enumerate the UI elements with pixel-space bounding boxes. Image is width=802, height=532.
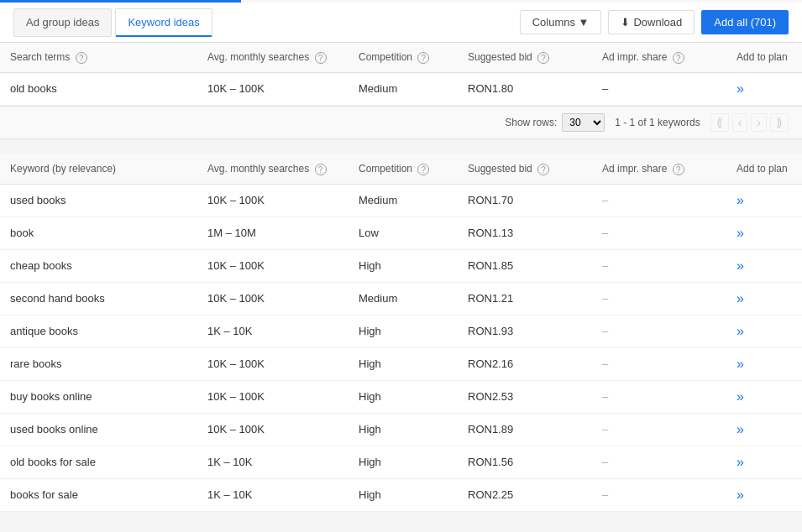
next-page-btn[interactable]: › bbox=[751, 113, 767, 132]
cell-ad-impr-share: – bbox=[592, 72, 726, 105]
cell-suggested-bid: RON1.85 bbox=[458, 249, 592, 282]
cell-avg-monthly: 10K – 100K bbox=[197, 249, 349, 282]
col-ad-impr-share-st: Ad impr. share ? bbox=[592, 43, 726, 72]
col-search-terms: Search terms ? bbox=[0, 43, 197, 72]
table-row: old books 10K – 100K Medium RON1.80 – » bbox=[0, 72, 802, 105]
cell-competition: High bbox=[349, 478, 458, 511]
top-actions: Columns ▼ ⬇ Download Add all (701) bbox=[520, 10, 789, 34]
pagination-range: 1 - 1 of 1 keywords bbox=[615, 117, 700, 128]
cell-add-to-plan[interactable]: » bbox=[726, 446, 802, 478]
info-icon-ad-impr-share-st[interactable]: ? bbox=[673, 52, 684, 64]
table-row: used books online 10K – 100K High RON1.8… bbox=[0, 413, 802, 446]
cell-avg-monthly: 10K – 100K bbox=[197, 413, 349, 446]
info-icon-competition-st[interactable]: ? bbox=[417, 52, 429, 64]
col-ad-impr-share-kw: Ad impr. share ? bbox=[592, 154, 726, 184]
cell-ad-impr-share: – bbox=[592, 216, 726, 249]
pagination-nav: ⟪ ‹ › ⟫ bbox=[710, 113, 789, 132]
cell-keyword: used books online bbox=[0, 413, 197, 446]
section-separator bbox=[0, 146, 802, 154]
add-to-plan-btn[interactable]: » bbox=[736, 193, 744, 208]
cell-keyword: antique books bbox=[0, 315, 197, 347]
table-row: cheap books 10K – 100K High RON1.85 – » bbox=[0, 249, 802, 282]
rows-per-page-select[interactable]: 10 20 30 50 100 bbox=[562, 113, 605, 132]
add-all-button[interactable]: Add all (701) bbox=[701, 10, 789, 34]
col-avg-monthly-st: Avg. monthly searches ? bbox=[197, 43, 349, 72]
add-to-plan-btn[interactable]: » bbox=[736, 258, 744, 274]
col-keyword: Keyword (by relevance) bbox=[0, 154, 197, 184]
tab-keyword-ideas[interactable]: Keyword ideas bbox=[115, 8, 212, 37]
prev-page-btn[interactable]: ‹ bbox=[732, 113, 748, 132]
cell-avg-monthly: 1M – 10M bbox=[197, 216, 349, 249]
add-to-plan-btn[interactable]: » bbox=[736, 324, 744, 339]
table-row: old books for sale 1K – 10K High RON1.56… bbox=[0, 446, 802, 478]
cell-suggested-bid: RON1.13 bbox=[458, 216, 592, 249]
cell-add-to-plan[interactable]: » bbox=[726, 249, 802, 282]
cell-avg-monthly: 10K – 100K bbox=[197, 347, 349, 380]
table-row: used books 10K – 100K Medium RON1.70 – » bbox=[0, 184, 802, 216]
download-button[interactable]: ⬇ Download bbox=[608, 10, 695, 34]
top-bar: Ad group ideas Keyword ideas Columns ▼ ⬇… bbox=[0, 3, 802, 43]
add-to-plan-btn[interactable]: » bbox=[736, 81, 744, 96]
info-icon-competition-kw[interactable]: ? bbox=[417, 164, 429, 175]
cell-suggested-bid: RON1.93 bbox=[458, 315, 592, 347]
add-to-plan-btn[interactable]: » bbox=[736, 389, 744, 404]
show-rows: Show rows: 10 20 30 50 100 bbox=[505, 113, 605, 132]
columns-button[interactable]: Columns ▼ bbox=[520, 10, 602, 34]
info-icon-avg-monthly-st[interactable]: ? bbox=[315, 52, 327, 64]
cell-ad-impr-share: – bbox=[592, 184, 726, 216]
cell-competition: Medium bbox=[349, 72, 458, 105]
cell-keyword: cheap books bbox=[0, 249, 197, 282]
pagination-bar: Show rows: 10 20 30 50 100 1 - 1 of 1 ke… bbox=[0, 106, 802, 139]
cell-avg-monthly: 10K – 100K bbox=[197, 282, 349, 315]
cell-competition: High bbox=[349, 249, 458, 282]
search-terms-section: Search terms ? Avg. monthly searches ? C… bbox=[0, 43, 802, 139]
table-row: books for sale 1K – 10K High RON2.25 – » bbox=[0, 478, 802, 511]
add-to-plan-btn[interactable]: » bbox=[736, 488, 744, 503]
download-icon: ⬇ bbox=[621, 16, 630, 29]
cell-competition: High bbox=[349, 315, 458, 347]
add-to-plan-btn[interactable]: » bbox=[736, 357, 744, 372]
cell-add-to-plan[interactable]: » bbox=[726, 478, 802, 511]
cell-ad-impr-share: – bbox=[592, 249, 726, 282]
cell-search-term: old books bbox=[0, 72, 197, 105]
col-competition-st: Competition ? bbox=[349, 43, 458, 72]
cell-avg-monthly: 1K – 10K bbox=[197, 478, 349, 511]
table-row: second hand books 10K – 100K Medium RON1… bbox=[0, 282, 802, 315]
cell-add-to-plan[interactable]: » bbox=[726, 282, 802, 315]
add-to-plan-btn[interactable]: » bbox=[736, 422, 744, 437]
cell-suggested-bid: RON1.80 bbox=[458, 72, 592, 105]
cell-add-to-plan[interactable]: » bbox=[726, 347, 802, 380]
cell-avg-monthly: 10K – 100K bbox=[197, 184, 349, 216]
add-to-plan-btn[interactable]: » bbox=[736, 291, 744, 306]
cell-ad-impr-share: – bbox=[592, 282, 726, 315]
cell-competition: Medium bbox=[349, 184, 458, 216]
search-terms-table: Search terms ? Avg. monthly searches ? C… bbox=[0, 43, 802, 106]
cell-add-to-plan[interactable]: » bbox=[726, 413, 802, 446]
cell-keyword: buy books online bbox=[0, 380, 197, 413]
cell-add-to-plan[interactable]: » bbox=[726, 216, 802, 249]
info-icon-ad-impr-share-kw[interactable]: ? bbox=[673, 164, 684, 175]
cell-keyword: book bbox=[0, 216, 197, 249]
cell-add-to-plan[interactable]: » bbox=[726, 380, 802, 413]
info-icon-suggested-bid-st[interactable]: ? bbox=[537, 52, 549, 64]
tab-ad-group-ideas[interactable]: Ad group ideas bbox=[13, 8, 112, 37]
add-to-plan-btn[interactable]: » bbox=[736, 455, 744, 470]
cell-add-to-plan[interactable]: » bbox=[726, 315, 802, 347]
first-page-btn[interactable]: ⟪ bbox=[710, 113, 729, 132]
info-icon-search-terms[interactable]: ? bbox=[76, 52, 87, 64]
last-page-btn[interactable]: ⟫ bbox=[770, 113, 789, 132]
cell-competition: High bbox=[349, 380, 458, 413]
cell-add-to-plan[interactable]: » bbox=[726, 72, 802, 105]
cell-keyword: books for sale bbox=[0, 478, 197, 511]
cell-ad-impr-share: – bbox=[592, 315, 726, 347]
col-suggested-bid-kw: Suggested bid ? bbox=[458, 154, 592, 184]
cell-competition: Low bbox=[349, 216, 458, 249]
cell-competition: Medium bbox=[349, 282, 458, 315]
info-icon-avg-monthly-kw[interactable]: ? bbox=[315, 164, 327, 175]
add-to-plan-btn[interactable]: » bbox=[736, 226, 744, 241]
cell-add-to-plan[interactable]: » bbox=[726, 184, 802, 216]
info-icon-suggested-bid-kw[interactable]: ? bbox=[537, 164, 549, 175]
cell-suggested-bid: RON1.56 bbox=[458, 446, 592, 478]
cell-avg-monthly: 10K – 100K bbox=[197, 72, 349, 105]
col-competition-kw: Competition ? bbox=[349, 154, 458, 184]
